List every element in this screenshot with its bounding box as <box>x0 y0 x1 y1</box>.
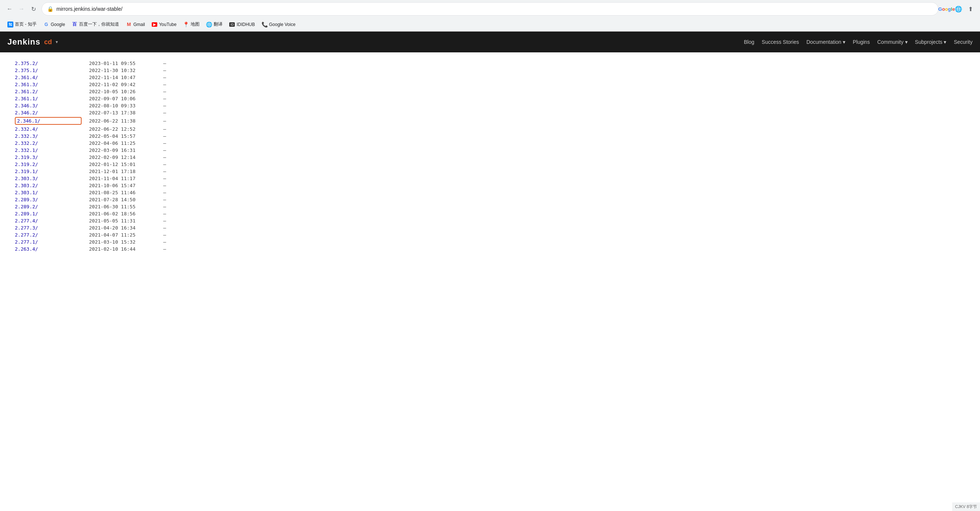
nav-security[interactable]: Security <box>954 39 972 45</box>
nav-community[interactable]: Community ▾ <box>877 39 908 45</box>
back-button[interactable]: ← <box>5 4 15 14</box>
file-date: 2021-04-07 11:25 <box>82 232 163 238</box>
bookmark-translate-label: 翻译 <box>214 21 223 27</box>
file-row: 2.303.2/2021-10-06 15:47 – <box>15 182 965 189</box>
file-link[interactable]: 2.361.3/ <box>15 82 82 87</box>
bookmark-google-voice[interactable]: 📞 Google Voice <box>259 20 298 29</box>
file-link[interactable]: 2.277.3/ <box>15 225 82 231</box>
file-size: – <box>163 190 166 195</box>
translate-icon: 🌐 <box>206 22 212 27</box>
file-date: 2022-09-07 10:06 <box>82 96 163 101</box>
file-link[interactable]: 2.303.3/ <box>15 176 82 181</box>
bookmark-maps[interactable]: 📍 地图 <box>180 20 202 29</box>
google-apps-button[interactable]: Google <box>942 4 952 14</box>
file-link[interactable]: 2.332.3/ <box>15 133 82 139</box>
cd-badge: cd <box>44 38 52 46</box>
file-row: 2.319.2/2022-01-12 15:01 – <box>15 161 965 168</box>
file-link[interactable]: 2.303.2/ <box>15 183 82 188</box>
browser-actions: Google 🌐 ⬆ <box>942 4 975 14</box>
file-row: 2.319.1/2021-12-01 17:18 – <box>15 168 965 175</box>
file-size: – <box>163 75 166 80</box>
file-size: – <box>163 110 166 115</box>
file-row: 2.303.3/2021-11-04 11:17 – <box>15 175 965 182</box>
file-link[interactable]: 2.263.4/ <box>15 246 82 252</box>
file-link[interactable]: 2.332.2/ <box>15 141 82 146</box>
file-row: 2.277.1/2021-03-10 15:32 – <box>15 238 965 246</box>
logo-dropdown-arrow[interactable]: ▾ <box>56 39 58 45</box>
file-date: 2022-07-13 17:38 <box>82 110 163 115</box>
nav-success-stories[interactable]: Success Stories <box>762 39 799 45</box>
file-size: – <box>163 133 166 139</box>
file-link[interactable]: 2.289.2/ <box>15 204 82 209</box>
file-link[interactable]: 2.346.3/ <box>15 103 82 109</box>
file-size: – <box>163 204 166 209</box>
file-row: 2.277.3/2021-04-20 16:34 – <box>15 224 965 232</box>
file-row: 2.375.2/2023-01-11 09:55 – <box>15 60 965 67</box>
browser-toolbar: ← → ↻ 🔒 Google 🌐 ⬆ <box>0 0 980 18</box>
google-icon: G <box>43 22 49 27</box>
file-date: 2022-11-30 10:32 <box>82 68 163 73</box>
file-size: – <box>163 89 166 94</box>
file-size: – <box>163 96 166 101</box>
file-link[interactable]: 2.303.1/ <box>15 190 82 195</box>
file-link[interactable]: 2.319.3/ <box>15 155 82 160</box>
file-date: 2021-06-30 11:55 <box>82 204 163 209</box>
file-link[interactable]: 2.375.2/ <box>15 61 82 66</box>
file-link[interactable]: 2.277.1/ <box>15 239 82 245</box>
nav-blog[interactable]: Blog <box>744 39 754 45</box>
forward-button[interactable]: → <box>16 4 27 14</box>
file-date: 2022-10-05 10:26 <box>82 89 163 94</box>
bookmark-translate[interactable]: 🌐 翻译 <box>203 20 226 29</box>
file-row: 2.277.2/2021-04-07 11:25 – <box>15 232 965 238</box>
main-content: 2.375.2/2023-01-11 09:55 –2.375.1/2022-1… <box>0 53 980 511</box>
file-link[interactable]: 2.277.4/ <box>15 218 82 224</box>
file-link[interactable]: 2.346.2/ <box>15 110 82 115</box>
bookmark-youtube[interactable]: ▶ YouTube <box>149 20 180 29</box>
file-row: 2.303.1/2021-08-25 11:46 – <box>15 189 965 196</box>
nav-plugins[interactable]: Plugins <box>853 39 870 45</box>
file-size: – <box>163 155 166 160</box>
translate-button[interactable]: 🌐 <box>953 4 964 14</box>
file-link[interactable]: 2.319.2/ <box>15 161 82 167</box>
file-date: 2021-12-01 17:18 <box>82 169 163 174</box>
file-size: – <box>163 126 166 132</box>
share-button[interactable]: ⬆ <box>965 4 975 14</box>
file-link[interactable]: 2.289.3/ <box>15 197 82 203</box>
file-size: – <box>163 103 166 109</box>
file-size: – <box>163 246 166 252</box>
file-row: 2.289.3/2021-07-28 14:50 – <box>15 196 965 203</box>
file-size: – <box>163 118 166 124</box>
file-row: 2.361.4/2022-11-14 10:47 – <box>15 74 965 81</box>
nav-subprojects[interactable]: Subprojects ▾ <box>915 39 947 45</box>
file-link[interactable]: 2.361.4/ <box>15 75 82 80</box>
file-date: 2022-08-10 09:33 <box>82 103 163 109</box>
file-link[interactable]: 2.361.2/ <box>15 89 82 94</box>
url-input[interactable] <box>56 6 933 12</box>
address-bar[interactable]: 🔒 <box>41 2 939 16</box>
file-link[interactable]: 2.332.1/ <box>15 147 82 153</box>
file-link[interactable]: 2.289.1/ <box>15 211 82 217</box>
bookmark-gmail[interactable]: M Gmail <box>123 20 148 29</box>
file-row: 2.361.1/2022-09-07 10:06 – <box>15 95 965 102</box>
bookmarks-bar: 知 首页 - 知乎 G Google 百 百度一下，你就知道 M Gmail ▶… <box>0 18 980 31</box>
file-link[interactable]: 2.319.1/ <box>15 169 82 174</box>
file-link[interactable]: 2.277.2/ <box>15 232 82 238</box>
bookmark-baidu[interactable]: 百 百度一下，你就知道 <box>68 20 122 29</box>
file-row: 2.332.4/2022-06-22 12:52 – <box>15 126 965 133</box>
browser-footer: CJKV 8字节 <box>952 503 980 511</box>
bookmark-google[interactable]: G Google <box>40 20 68 29</box>
file-link[interactable]: 2.332.4/ <box>15 126 82 132</box>
file-date: 2021-02-10 16:44 <box>82 246 163 252</box>
bookmark-ididhub[interactable]: ID IDIDHUB <box>226 20 258 29</box>
file-link[interactable]: 2.375.1/ <box>15 68 82 73</box>
nav-documentation[interactable]: Documentation ▾ <box>807 39 845 45</box>
file-row: 2.319.3/2022-02-09 12:14 – <box>15 154 965 161</box>
file-link[interactable]: 2.346.1/ <box>15 117 82 125</box>
file-row: 2.289.1/2021-06-02 18:56 – <box>15 210 965 217</box>
reload-button[interactable]: ↻ <box>28 4 38 14</box>
file-date: 2021-05-05 11:31 <box>82 218 163 224</box>
bookmark-zhihu[interactable]: 知 首页 - 知乎 <box>5 20 40 29</box>
file-link[interactable]: 2.361.1/ <box>15 96 82 101</box>
file-row: 2.361.2/2022-10-05 10:26 – <box>15 88 965 95</box>
file-date: 2022-06-22 12:52 <box>82 126 163 132</box>
